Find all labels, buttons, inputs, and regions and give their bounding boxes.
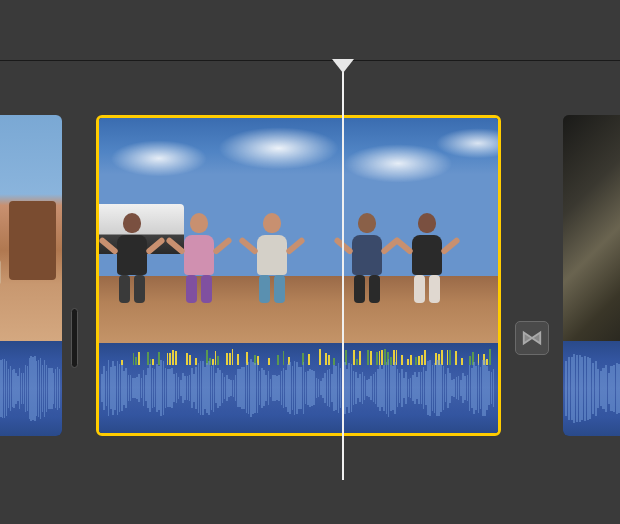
- clip-audio-waveform[interactable]: [0, 341, 62, 436]
- transition-crossfade-icon[interactable]: [515, 321, 549, 355]
- video-clip-3[interactable]: [563, 115, 620, 436]
- clip-thumbnail: [0, 115, 62, 341]
- clip-edge-handle[interactable]: [71, 308, 78, 368]
- timeline[interactable]: [0, 62, 620, 462]
- playhead[interactable]: [342, 60, 344, 480]
- clip-thumbnail: [563, 115, 620, 341]
- video-clip-2-selected[interactable]: [96, 115, 501, 436]
- toolbar-divider: [0, 60, 620, 61]
- video-clip-1[interactable]: [0, 115, 62, 436]
- playhead-marker-icon: [332, 59, 354, 73]
- clip-thumbnail: [99, 118, 498, 343]
- clip-audio-waveform[interactable]: [99, 343, 498, 433]
- clip-audio-waveform[interactable]: [563, 341, 620, 436]
